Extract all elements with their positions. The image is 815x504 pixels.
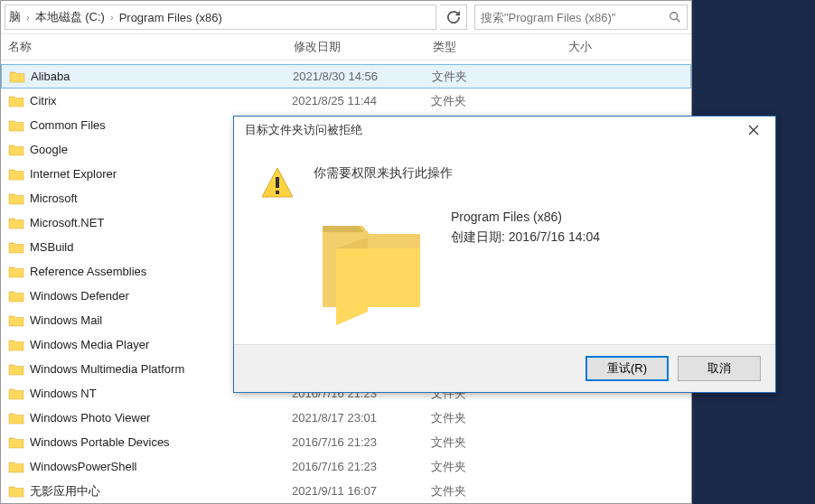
retry-button[interactable]: 重试(R) bbox=[585, 356, 669, 381]
folder-icon bbox=[8, 94, 24, 108]
folder-icon bbox=[8, 313, 24, 328]
close-button[interactable] bbox=[739, 118, 768, 142]
file-name: Windows Portable Devices bbox=[30, 435, 292, 449]
refresh-icon bbox=[447, 11, 460, 23]
folder-icon bbox=[8, 338, 24, 352]
folder-icon bbox=[8, 411, 24, 425]
folder-icon bbox=[8, 216, 24, 230]
chevron-right-icon[interactable]: › bbox=[23, 12, 33, 23]
table-row[interactable]: Windows Photo Viewer2021/8/17 23:01文件夹 bbox=[1, 406, 691, 430]
svg-line-1 bbox=[677, 19, 680, 23]
breadcrumb-seg[interactable]: 脑 bbox=[7, 9, 23, 25]
cancel-button[interactable]: 取消 bbox=[678, 356, 761, 381]
file-date: 2021/8/30 14:56 bbox=[293, 70, 432, 83]
search-icon bbox=[669, 11, 681, 23]
folder-icon bbox=[8, 143, 24, 157]
column-header-date[interactable]: 修改日期 bbox=[294, 39, 433, 55]
column-header-type[interactable]: 类型 bbox=[433, 39, 568, 55]
file-date: 2021/8/25 11:44 bbox=[292, 94, 431, 107]
folder-icon bbox=[8, 240, 24, 255]
table-row[interactable]: Citrix2021/8/25 11:44文件夹 bbox=[1, 89, 691, 113]
folder-icon bbox=[8, 387, 24, 401]
file-type: 文件夹 bbox=[431, 483, 567, 499]
column-header-size[interactable]: 大小 bbox=[568, 39, 659, 55]
folder-icon bbox=[8, 118, 24, 133]
folder-info: Program Files (x86) 创建日期: 2016/7/16 14:0… bbox=[451, 203, 600, 247]
warning-icon bbox=[259, 165, 295, 201]
access-denied-dialog: 目标文件夹访问被拒绝 你需要权限来执行此操作 Prog bbox=[233, 116, 776, 393]
folder-created-date: 创建日期: 2016/7/16 14:04 bbox=[451, 227, 600, 247]
folder-icon bbox=[8, 435, 24, 450]
file-name: 无影应用中心 bbox=[30, 483, 292, 499]
file-date: 2021/9/11 16:07 bbox=[292, 484, 431, 498]
folder-name: Program Files (x86) bbox=[451, 207, 600, 227]
folder-icon bbox=[8, 362, 24, 377]
column-header-name[interactable]: 名称 bbox=[8, 39, 294, 55]
folder-icon bbox=[9, 70, 25, 84]
folder-icon bbox=[8, 484, 24, 499]
file-name: Alibaba bbox=[31, 70, 293, 83]
table-row[interactable]: 无影应用中心2021/9/11 16:07文件夹 bbox=[1, 479, 691, 503]
file-type: 文件夹 bbox=[431, 410, 567, 426]
folder-icon bbox=[314, 203, 429, 330]
file-type: 文件夹 bbox=[431, 93, 567, 109]
file-type: 文件夹 bbox=[432, 69, 567, 85]
folder-icon bbox=[8, 191, 24, 206]
dialog-title: 目标文件夹访问被拒绝 bbox=[245, 122, 739, 138]
dialog-titlebar[interactable]: 目标文件夹访问被拒绝 bbox=[234, 117, 775, 144]
refresh-button[interactable] bbox=[440, 5, 467, 30]
svg-point-0 bbox=[670, 13, 678, 20]
svg-rect-4 bbox=[276, 177, 279, 188]
file-date: 2016/7/16 21:23 bbox=[292, 435, 431, 449]
search-input[interactable] bbox=[481, 11, 669, 24]
file-name: WindowsPowerShell bbox=[30, 460, 292, 473]
folder-icon bbox=[8, 265, 24, 279]
table-row[interactable]: WindowsPowerShell2016/7/16 21:23文件夹 bbox=[1, 454, 691, 479]
file-date: 2021/8/17 23:01 bbox=[292, 411, 431, 425]
search-box[interactable] bbox=[474, 5, 688, 30]
column-headers: 名称 修改日期 类型 大小 bbox=[1, 33, 691, 61]
table-row[interactable]: Windows Portable Devices2016/7/16 21:23文… bbox=[1, 430, 691, 454]
file-name: Windows Photo Viewer bbox=[30, 411, 292, 425]
chevron-right-icon[interactable]: › bbox=[107, 12, 117, 23]
table-row[interactable]: Alibaba2021/8/30 14:56文件夹 bbox=[1, 64, 691, 89]
file-name: Citrix bbox=[30, 94, 292, 107]
file-date: 2016/7/16 21:23 bbox=[292, 460, 431, 473]
file-type: 文件夹 bbox=[431, 459, 567, 475]
close-icon bbox=[748, 125, 759, 135]
file-type: 文件夹 bbox=[431, 434, 567, 451]
breadcrumb-seg[interactable]: 本地磁盘 (C:) bbox=[33, 9, 107, 25]
breadcrumb-seg[interactable]: Program Files (x86) bbox=[117, 11, 224, 24]
svg-rect-5 bbox=[276, 191, 279, 194]
breadcrumb-bar: 脑 › 本地磁盘 (C:) › Program Files (x86) bbox=[1, 1, 691, 33]
folder-icon bbox=[8, 289, 24, 303]
breadcrumb-address[interactable]: 脑 › 本地磁盘 (C:) › Program Files (x86) bbox=[5, 5, 436, 30]
folder-icon bbox=[8, 460, 24, 474]
folder-icon bbox=[8, 167, 24, 182]
dialog-message: 你需要权限来执行此操作 bbox=[314, 165, 750, 182]
